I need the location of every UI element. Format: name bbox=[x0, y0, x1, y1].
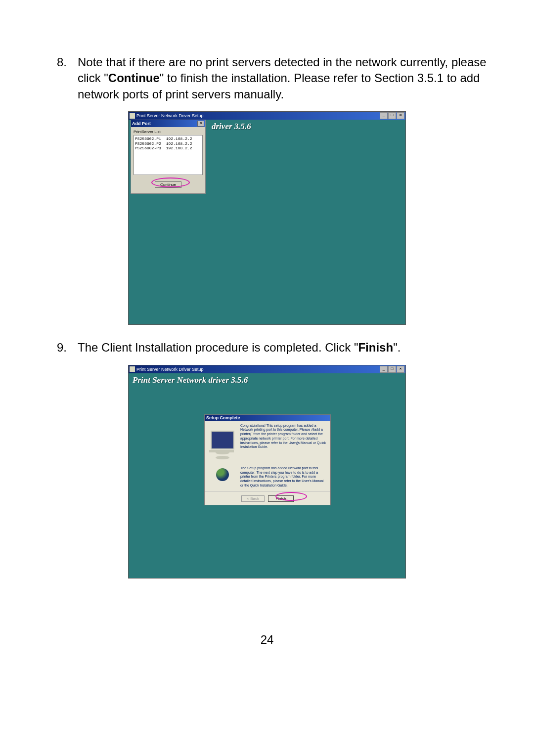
list-item[interactable]: PS256002-P1192.168.2.2 bbox=[135, 136, 201, 141]
window-titlebar: Print Server Network Driver Setup _ □ × bbox=[129, 365, 405, 373]
window-title: Print Server Network Driver Setup bbox=[136, 367, 204, 372]
step-9: 9. The Client Installation procedure is … bbox=[42, 340, 492, 356]
continue-button[interactable]: Continue bbox=[155, 181, 181, 188]
window-controls: _ □ × bbox=[380, 366, 404, 373]
close-button[interactable]: × bbox=[397, 112, 404, 119]
back-button: < Back bbox=[241, 495, 265, 502]
screenshot-2-wrap: Print Server Network Driver Setup _ □ × … bbox=[42, 365, 492, 578]
screenshot-1-wrap: Print Server Network Driver Setup _ □ × … bbox=[42, 111, 492, 325]
step-number: 9. bbox=[42, 340, 78, 356]
setup-paragraph-1: Congratulations! This setup program has … bbox=[240, 424, 327, 450]
screenshot-1: Print Server Network Driver Setup _ □ × … bbox=[128, 111, 406, 325]
monitor-icon bbox=[211, 431, 234, 449]
globe-icon bbox=[216, 468, 229, 481]
minimize-button[interactable]: _ bbox=[380, 366, 388, 373]
add-port-close-button[interactable]: × bbox=[197, 121, 204, 127]
setup-paragraph-2: The Setup program has added Network port… bbox=[240, 466, 327, 488]
window-controls: _ □ × bbox=[380, 112, 404, 119]
close-button[interactable]: × bbox=[397, 366, 404, 373]
step-8: 8. Note that if there are no print serve… bbox=[42, 54, 492, 102]
minimize-button[interactable]: _ bbox=[380, 112, 388, 119]
app-icon bbox=[130, 366, 135, 372]
step-text: The Client Installation procedure is com… bbox=[78, 340, 400, 356]
add-port-titlebar: Add Port × bbox=[131, 120, 205, 127]
maximize-button[interactable]: □ bbox=[388, 112, 396, 119]
print-server-list-label: PrintServer List bbox=[134, 130, 203, 134]
app-banner: driver 3.5.6 bbox=[208, 120, 251, 136]
print-server-list[interactable]: PS256002-P1192.168.2.2 PS256002-P2192.16… bbox=[134, 135, 203, 175]
add-port-title: Add Port bbox=[132, 121, 151, 126]
add-port-dialog: Add Port × PrintServer List PS256002-P11… bbox=[131, 120, 206, 194]
app-icon bbox=[130, 113, 135, 119]
list-item[interactable]: PS256002-P2192.168.2.2 bbox=[135, 141, 201, 146]
maximize-button[interactable]: □ bbox=[388, 366, 396, 373]
step-text: Note that if there are no print servers … bbox=[78, 54, 492, 102]
disc-icon bbox=[216, 456, 229, 459]
window-titlebar: Print Server Network Driver Setup _ □ × bbox=[129, 112, 405, 120]
window-title: Print Server Network Driver Setup bbox=[136, 113, 204, 118]
step-number: 8. bbox=[42, 54, 78, 102]
setup-graphic bbox=[208, 424, 237, 488]
finish-button[interactable]: Finish bbox=[268, 495, 293, 502]
screenshot-2: Print Server Network Driver Setup _ □ × … bbox=[128, 365, 406, 578]
setup-complete-title: Setup Complete bbox=[205, 415, 330, 421]
list-item[interactable]: PS256002-P3192.168.2.2 bbox=[135, 146, 201, 151]
page-number: 24 bbox=[42, 633, 492, 647]
setup-complete-dialog: Setup Complete Congratulations! This set… bbox=[204, 414, 331, 505]
app-banner: Print Server Network driver 3.5.6 bbox=[129, 373, 405, 390]
